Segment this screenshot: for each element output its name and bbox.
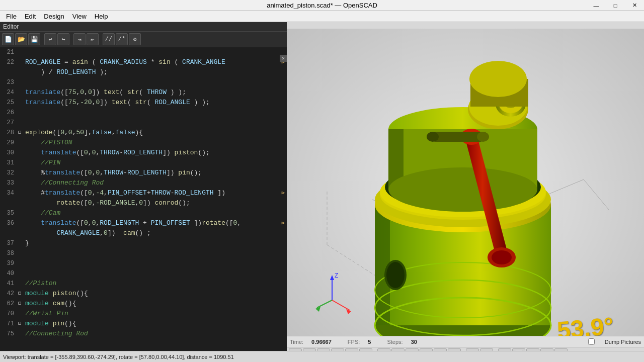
code-line-32: 32 %translate([0,0,THROW-ROD_LENGTH]) pi…: [0, 168, 287, 178]
menu-view[interactable]: View: [68, 11, 91, 22]
fps-value: 5: [368, 339, 371, 345]
code-line-71: 71 ⊟ module pin(){: [0, 319, 287, 329]
time-label: Time:: [290, 339, 303, 345]
maximize-button[interactable]: □: [606, 0, 625, 11]
comment-button[interactable]: //: [103, 33, 115, 45]
code-line-36b: CRANK_ANGLE,0]) cam() ;: [0, 228, 287, 238]
open-button[interactable]: 📂: [15, 33, 27, 45]
code-line-30: 30 translate([0,0,THROW-ROD_LENGTH]) pis…: [0, 148, 287, 158]
viewport-statusbar: Time: 0.96667 FPS: 5 Steps: 30 Dump Pict…: [287, 336, 644, 347]
code-line-25: 25 translate([75,-20,0]) text( str( ROD_…: [0, 98, 287, 108]
code-line-33: 33 //Connecting Rod: [0, 178, 287, 188]
code-line-31: 31 //PIN: [0, 158, 287, 168]
svg-point-27: [492, 250, 512, 264]
indent-button[interactable]: ⇥: [73, 33, 86, 45]
code-line-34: 34 #translate([0,-4,PIN_OFFSET+THROW-ROD…: [0, 188, 287, 198]
code-line-70: 70 //Wrist Pin: [0, 309, 287, 319]
code-line-21: 21: [0, 47, 287, 57]
svg-text:Z: Z: [335, 272, 338, 279]
code-line-22: 22 ROD_ANGLE = asin ( CRANK_RADIUS * sin…: [0, 57, 287, 67]
code-line-42: 42 ⊟ module piston(){: [0, 289, 287, 299]
menu-file[interactable]: File: [2, 11, 21, 22]
minimize-button[interactable]: —: [587, 0, 606, 11]
dump-pictures-label: Dump Pictures: [605, 339, 641, 345]
code-line-35: 35 //Cam: [0, 208, 287, 218]
menubar: File Edit Design View Help: [0, 11, 644, 22]
close-button[interactable]: ✕: [625, 0, 644, 11]
code-line-29: 29 //PISTON: [0, 138, 287, 148]
settings-button[interactable]: ⚙: [129, 33, 141, 45]
code-line-62: 62 ⊟ module cam(){: [0, 299, 287, 309]
svg-rect-39: [433, 132, 483, 142]
new-button[interactable]: 📄: [2, 33, 14, 45]
svg-point-24: [388, 167, 537, 212]
time-value: 0.96667: [311, 339, 332, 345]
3d-scene: Z: [287, 22, 644, 362]
save-button[interactable]: 💾: [28, 33, 40, 45]
redo-button[interactable]: ↪: [57, 33, 69, 45]
code-line-24: 24 translate([75,0,0]) text( str( THROW …: [0, 87, 287, 98]
main-layout: Editor 📄 📂 💾 ↩ ↪ ⇥ ⇤ // /* ⚙ ✕ 21: [0, 22, 644, 362]
code-area[interactable]: 21 22 ROD_ANGLE = asin ( CRANK_RADIUS * …: [0, 47, 287, 362]
code-line-41: 41 //Piston: [0, 279, 287, 289]
code-line-36: 36 translate([0,0,ROD_LENGTH + PIN_OFFSE…: [0, 218, 287, 228]
viewport-panel[interactable]: Z 53.9° Time: 0.96667 FPS: 5 Steps:: [287, 22, 644, 362]
outdent-button[interactable]: ⇤: [87, 33, 99, 45]
code-line-37: 37 }: [0, 238, 287, 248]
code-line-22b: ) / ROD_LENGTH );: [0, 67, 287, 77]
menu-help[interactable]: Help: [91, 11, 112, 22]
svg-point-40: [427, 132, 439, 142]
code-line-40: 40: [0, 268, 287, 279]
editor-panel: Editor 📄 📂 💾 ↩ ↪ ⇥ ⇤ // /* ⚙ ✕ 21: [0, 22, 287, 362]
editor-label: Editor: [0, 22, 287, 32]
code-line-34b: rotate([0,-ROD_ANGLE,0]) conrod();: [0, 198, 287, 208]
svg-point-38: [469, 61, 527, 97]
svg-point-41: [477, 132, 489, 142]
viewport-info: Viewport: translate = [-355.89,390.60,-2…: [3, 354, 234, 360]
code-line-27: 27: [0, 118, 287, 128]
undo-button[interactable]: ↩: [44, 33, 56, 45]
steps-label: Steps:: [387, 339, 403, 345]
editor-toolbar: 📄 📂 💾 ↩ ↪ ⇥ ⇤ // /* ⚙: [0, 32, 287, 47]
code-line-75: 75 //Connecting Rod: [0, 329, 287, 339]
code-line-28: 28 ⊟ explode([0,0,50],false,false){: [0, 128, 287, 138]
svg-point-20: [386, 262, 405, 288]
editor-close-button[interactable]: ✕: [280, 55, 287, 62]
titlebar: animated_piston.scad* — OpenSCAD — □ ✕: [0, 0, 644, 11]
window-controls: — □ ✕: [587, 0, 644, 11]
code-line-38: 38: [0, 248, 287, 258]
uncomment-button[interactable]: /*: [116, 33, 128, 45]
window-title: animated_piston.scad* — OpenSCAD: [267, 2, 377, 9]
menu-edit[interactable]: Edit: [21, 11, 40, 22]
code-line-26: 26: [0, 108, 287, 118]
dump-pictures-checkbox[interactable]: [588, 338, 595, 345]
fps-label: FPS:: [348, 339, 360, 345]
code-line-39: 39: [0, 258, 287, 268]
code-line-23: 23: [0, 77, 287, 87]
steps-value: 30: [411, 339, 417, 345]
menu-design[interactable]: Design: [40, 11, 68, 22]
